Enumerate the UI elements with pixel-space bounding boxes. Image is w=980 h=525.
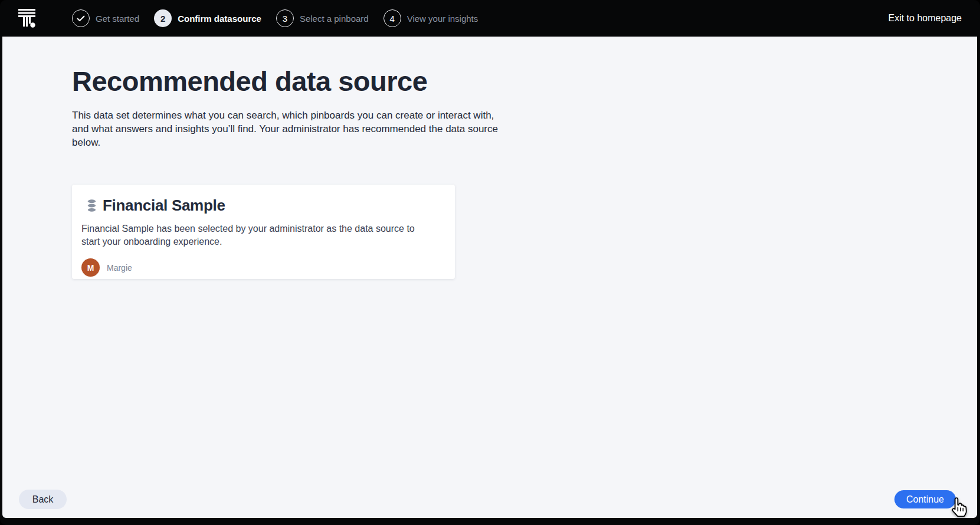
card-title-row: Financial Sample [87,196,441,215]
step-view-insights[interactable]: 4 View your insights [384,9,478,27]
datasource-description: Financial Sample has been selected by yo… [81,222,422,248]
exit-to-homepage-link[interactable]: Exit to homepage [888,13,962,24]
database-icon [87,199,96,212]
step-number: 4 [384,9,401,27]
avatar: M [81,258,100,277]
step-select-pinboard[interactable]: 3 Select a pinboard [276,9,369,27]
step-label: Get started [96,14,139,24]
owner-name: Margie [107,263,132,273]
onboarding-screen: Get started 2 Confirm datasource 3 Selec… [0,0,980,525]
step-label: View your insights [407,14,478,24]
step-number: 3 [276,9,294,27]
step-get-started[interactable]: Get started [72,9,139,27]
step-number: 2 [154,9,172,27]
back-button[interactable]: Back [19,490,67,509]
owner-row: M Margie [81,258,441,277]
topbar: Get started 2 Confirm datasource 3 Selec… [0,0,980,37]
datasource-card[interactable]: Financial Sample Financial Sample has be… [72,185,455,279]
page-description: This data set determines what you can se… [72,109,510,149]
continue-button[interactable]: Continue [894,490,956,508]
step-label: Select a pinboard [300,14,369,24]
check-icon [72,9,90,27]
page-title: Recommended data source [72,66,427,97]
thoughtspot-logo-icon[interactable] [17,7,37,29]
step-label: Confirm datasource [178,14,261,24]
main-content: Recommended data source This data set de… [2,37,977,518]
step-confirm-datasource[interactable]: 2 Confirm datasource [154,9,261,27]
onboarding-stepper: Get started 2 Confirm datasource 3 Selec… [72,9,478,27]
datasource-name: Financial Sample [103,196,225,215]
